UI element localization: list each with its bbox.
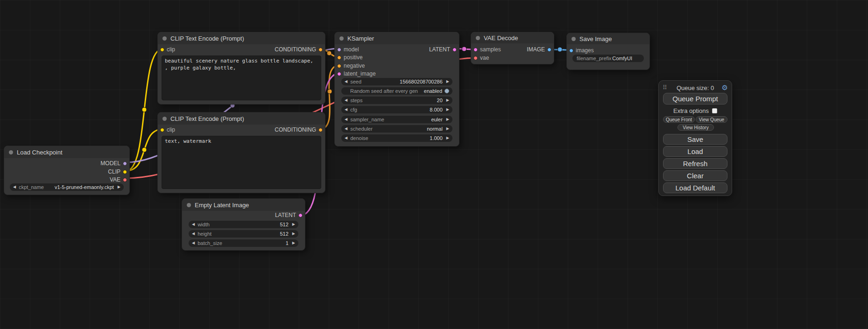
increment-arrow-icon[interactable]: ▶ <box>446 80 449 84</box>
input-slot-latent-image[interactable] <box>337 72 341 76</box>
output-slot-clip[interactable] <box>123 170 127 174</box>
widget-label: seed <box>350 79 361 84</box>
increment-arrow-icon[interactable]: ▶ <box>292 232 295 236</box>
increment-arrow-icon[interactable]: ▶ <box>118 185 120 189</box>
widget-steps[interactable]: ◀ steps 20 ▶ <box>341 97 452 104</box>
node-title-bar[interactable]: CLIP Text Encode (Prompt) <box>158 32 325 44</box>
node-load-checkpoint[interactable]: Load Checkpoint MODEL CLIP VAE ◀ ckpt_na… <box>4 146 130 195</box>
input-label-samples: samples <box>480 46 501 53</box>
input-slot-clip[interactable] <box>160 48 164 52</box>
collapse-dot-icon[interactable] <box>187 203 191 207</box>
input-slot-negative[interactable] <box>337 64 341 68</box>
decrement-arrow-icon[interactable]: ◀ <box>192 223 195 226</box>
collapse-dot-icon[interactable] <box>339 36 344 41</box>
increment-arrow-icon[interactable]: ▶ <box>292 241 295 245</box>
output-slot-latent[interactable] <box>452 48 457 52</box>
output-row-clip: CLIP <box>4 168 129 176</box>
prompt-textarea[interactable]: beautiful scenery nature glass bottle la… <box>162 56 321 100</box>
output-slot-latent[interactable] <box>298 213 303 217</box>
settings-gear-icon[interactable]: ⚙ <box>722 84 728 92</box>
decrement-arrow-icon[interactable]: ◀ <box>345 98 347 102</box>
output-slot-vae[interactable] <box>123 178 127 182</box>
node-title-label: Empty Latent Image <box>195 202 249 209</box>
collapse-dot-icon[interactable] <box>572 37 576 41</box>
queue-prompt-button[interactable]: Queue Prompt <box>663 93 727 105</box>
widget-value: normal <box>427 126 443 132</box>
input-slot-vae[interactable] <box>473 56 478 60</box>
node-ksampler[interactable]: KSampler model LATENT positive negative … <box>334 32 459 147</box>
input-slot-model[interactable] <box>337 48 341 52</box>
widget-scheduler[interactable]: ◀ scheduler normal ▶ <box>341 125 452 133</box>
view-history-button[interactable]: View History <box>677 124 714 131</box>
increment-arrow-icon[interactable]: ▶ <box>446 136 449 140</box>
output-slot-conditioning[interactable] <box>318 48 323 52</box>
increment-arrow-icon[interactable]: ▶ <box>292 223 295 226</box>
increment-arrow-icon[interactable]: ▶ <box>446 98 449 102</box>
node-clip-text-encode-negative[interactable]: CLIP Text Encode (Prompt) clip CONDITION… <box>157 112 325 193</box>
output-slot-model[interactable] <box>123 161 127 166</box>
widget-batch-size[interactable]: ◀ batch_size 1 ▶ <box>189 239 298 247</box>
collapse-dot-icon[interactable] <box>476 36 480 40</box>
widget-label: sampler_name <box>350 117 384 122</box>
node-title-bar[interactable]: KSampler <box>335 32 459 44</box>
toggle-indicator[interactable] <box>445 89 449 93</box>
output-slot-conditioning[interactable] <box>318 128 323 132</box>
decrement-arrow-icon[interactable]: ◀ <box>345 127 347 131</box>
widget-value: v1-5-pruned-emaonly.ckpt <box>55 184 114 190</box>
output-label-clip: CLIP <box>108 168 120 175</box>
node-title-bar[interactable]: Load Checkpoint <box>4 146 129 158</box>
decrement-arrow-icon[interactable]: ◀ <box>345 108 347 112</box>
widget-value: 8.000 <box>430 107 443 112</box>
input-slot-images[interactable] <box>569 49 573 53</box>
collapse-dot-icon[interactable] <box>162 117 167 121</box>
prompt-textarea[interactable]: text, watermark <box>162 136 321 189</box>
widget-value: 20 <box>437 98 443 103</box>
comfyui-canvas[interactable]: { "colors": { "model": "#B39DDB", "clip"… <box>0 0 868 329</box>
output-row-latent: LATENT <box>182 211 305 219</box>
input-slot-clip[interactable] <box>160 128 164 132</box>
drag-handle-icon[interactable]: ⠿ <box>663 84 667 91</box>
node-title-bar[interactable]: CLIP Text Encode (Prompt) <box>158 112 325 125</box>
widget-cfg[interactable]: ◀ cfg 8.000 ▶ <box>341 106 452 113</box>
widget-width[interactable]: ◀ width 512 ▶ <box>189 221 298 228</box>
decrement-arrow-icon[interactable]: ◀ <box>192 232 195 236</box>
node-title-bar[interactable]: VAE Decode <box>471 32 554 43</box>
clear-button[interactable]: Clear <box>663 170 727 181</box>
widget-denoise[interactable]: ◀ denoise 1.000 ▶ <box>341 134 452 142</box>
slot-row: clip CONDITIONING <box>158 126 325 134</box>
extra-options-checkbox[interactable] <box>712 108 717 113</box>
increment-arrow-icon[interactable]: ▶ <box>446 118 449 121</box>
widget-random-seed-toggle[interactable]: Random seed after every gen enabled <box>341 87 452 95</box>
input-slot-positive[interactable] <box>337 56 341 60</box>
decrement-arrow-icon[interactable]: ◀ <box>345 80 347 84</box>
decrement-arrow-icon[interactable]: ◀ <box>192 241 195 245</box>
decrement-arrow-icon[interactable]: ◀ <box>345 136 347 140</box>
node-title-bar[interactable]: Save Image <box>567 33 649 44</box>
increment-arrow-icon[interactable]: ▶ <box>446 108 449 112</box>
load-button[interactable]: Load <box>663 146 727 157</box>
widget-filename-prefix[interactable]: filename_prefix ComfyUI <box>572 55 644 62</box>
queue-front-button[interactable]: Queue Front <box>663 116 695 123</box>
node-title-bar[interactable]: Empty Latent Image <box>182 199 305 211</box>
output-slot-image[interactable] <box>547 48 551 52</box>
decrement-arrow-icon[interactable]: ◀ <box>13 185 16 189</box>
widget-ckpt-name[interactable]: ◀ ckpt_name v1-5-pruned-emaonly.ckpt ▶ <box>10 183 124 191</box>
save-button[interactable]: Save <box>663 134 727 145</box>
widget-seed[interactable]: ◀ seed 156680208700286 ▶ <box>341 78 452 85</box>
node-empty-latent-image[interactable]: Empty Latent Image LATENT ◀ width 512 ▶ … <box>182 198 305 251</box>
link-dot <box>557 47 562 52</box>
decrement-arrow-icon[interactable]: ◀ <box>345 118 347 121</box>
refresh-button[interactable]: Refresh <box>663 158 727 169</box>
node-save-image[interactable]: Save Image images filename_prefix ComfyU… <box>566 33 650 70</box>
node-vae-decode[interactable]: VAE Decode samples IMAGE vae <box>471 32 554 64</box>
load-default-button[interactable]: Load Default <box>663 182 727 193</box>
input-slot-samples[interactable] <box>473 48 478 52</box>
collapse-dot-icon[interactable] <box>9 150 13 154</box>
node-clip-text-encode-positive[interactable]: CLIP Text Encode (Prompt) clip CONDITION… <box>157 32 325 105</box>
increment-arrow-icon[interactable]: ▶ <box>446 127 449 131</box>
collapse-dot-icon[interactable] <box>162 36 167 41</box>
widget-height[interactable]: ◀ height 512 ▶ <box>189 230 298 238</box>
output-label-conditioning: CONDITIONING <box>275 126 316 133</box>
widget-sampler-name[interactable]: ◀ sampler_name euler ▶ <box>341 116 452 123</box>
view-queue-button[interactable]: View Queue <box>696 116 727 123</box>
